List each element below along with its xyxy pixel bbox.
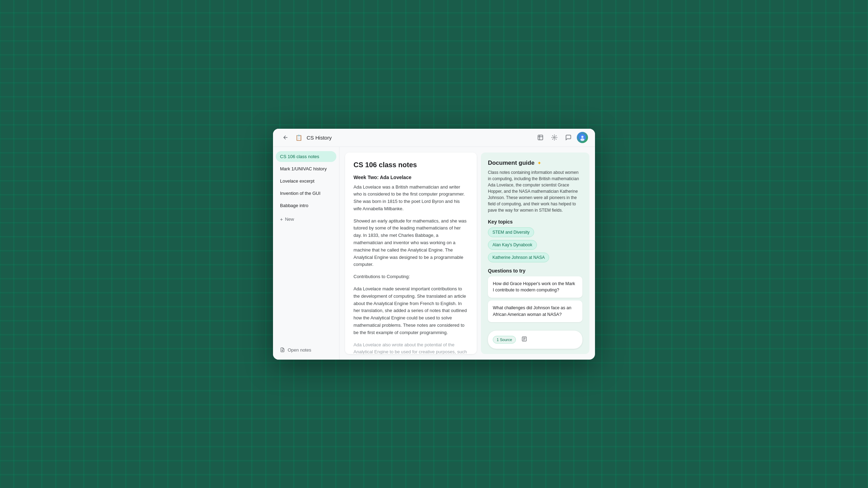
key-topics-title: Key topics bbox=[488, 219, 582, 225]
key-topics-section: Key topics STEM and Diversity Alan Kay's… bbox=[488, 219, 582, 262]
guide-title: Document guide bbox=[488, 160, 534, 167]
source-badge[interactable]: 1 Source bbox=[493, 336, 516, 344]
user-avatar[interactable] bbox=[577, 132, 588, 143]
doc-para-1: Ada Lovelace was a British mathematician… bbox=[354, 184, 468, 213]
ai-panel: Document guide ✦ Class notes containing … bbox=[481, 153, 589, 354]
settings-button[interactable] bbox=[549, 132, 560, 143]
new-label: New bbox=[285, 217, 294, 222]
doc-para-contributions: Contributions to Computing: bbox=[354, 273, 468, 281]
questions-section: Questions to try How did Grace Hopper's … bbox=[488, 268, 582, 325]
doc-para-3: Ada Lovelace made several important cont… bbox=[354, 285, 468, 337]
question-2[interactable]: What challenges did Johnson face as an A… bbox=[488, 300, 582, 322]
open-notes-button[interactable]: Open notes bbox=[276, 345, 336, 355]
question-1[interactable]: How did Grace Hopper's work on the Mark … bbox=[488, 276, 582, 298]
title-bar-right bbox=[535, 132, 588, 143]
sidebar-item-cs106[interactable]: CS 106 class notes bbox=[276, 151, 336, 162]
sidebar-item-mark1[interactable]: Mark 1/UNIVAC history bbox=[276, 163, 336, 174]
sparkle-icon: ✦ bbox=[537, 160, 541, 166]
topic-stem[interactable]: STEM and Diversity bbox=[488, 227, 534, 237]
new-note-button[interactable]: + New bbox=[276, 214, 336, 225]
topic-dynabook[interactable]: Alan Kay's Dynabook bbox=[488, 240, 537, 250]
chat-input[interactable] bbox=[530, 337, 589, 342]
topics-container: STEM and Diversity Alan Kay's Dynabook K… bbox=[488, 227, 582, 262]
topic-johnson[interactable]: Katherine Johnson at NASA bbox=[488, 253, 549, 262]
svg-rect-0 bbox=[538, 135, 543, 140]
title-icon: 📋 bbox=[295, 134, 302, 141]
input-area: 1 Source bbox=[488, 331, 582, 349]
app-title: CS History bbox=[307, 135, 332, 141]
guide-header: Document guide ✦ bbox=[488, 160, 582, 167]
svg-point-5 bbox=[581, 136, 583, 138]
chat-button[interactable] bbox=[563, 132, 574, 143]
back-button[interactable] bbox=[280, 132, 291, 143]
doc-para-4: Ada Lovelace also wrote about the potent… bbox=[354, 341, 468, 354]
sidebar-item-lovelace[interactable]: Lovelace excerpt bbox=[276, 176, 336, 186]
format-icon[interactable] bbox=[522, 336, 527, 343]
document-panel[interactable]: CS 106 class notes Week Two: Ada Lovelac… bbox=[345, 153, 477, 354]
doc-para-2: Showed an early aptitude for mathematics… bbox=[354, 218, 468, 269]
week-label: Week Two: Ada Lovelace bbox=[354, 175, 468, 180]
svg-point-3 bbox=[554, 137, 555, 139]
plus-icon: + bbox=[280, 217, 283, 222]
app-window: 📋 CS History bbox=[273, 129, 595, 360]
document-title: CS 106 class notes bbox=[354, 161, 468, 169]
sidebar-item-gui[interactable]: Invention of the GUI bbox=[276, 188, 336, 199]
guide-description: Class notes containing information about… bbox=[488, 169, 582, 213]
bookmark-button[interactable] bbox=[535, 132, 546, 143]
open-notes-label: Open notes bbox=[288, 347, 311, 353]
svg-point-6 bbox=[580, 139, 584, 141]
sidebar-item-babbage[interactable]: Babbage intro bbox=[276, 200, 336, 211]
questions-title: Questions to try bbox=[488, 268, 582, 274]
title-bar-left: 📋 CS History bbox=[280, 132, 332, 143]
main-layout: CS 106 class notes Mark 1/UNIVAC history… bbox=[273, 147, 595, 360]
sidebar: CS 106 class notes Mark 1/UNIVAC history… bbox=[273, 147, 340, 360]
content-area: CS 106 class notes Week Two: Ada Lovelac… bbox=[340, 147, 595, 360]
notes-icon bbox=[280, 347, 285, 352]
doc-guide-section: Document guide ✦ Class notes containing … bbox=[488, 160, 582, 213]
title-bar: 📋 CS History bbox=[273, 129, 595, 147]
